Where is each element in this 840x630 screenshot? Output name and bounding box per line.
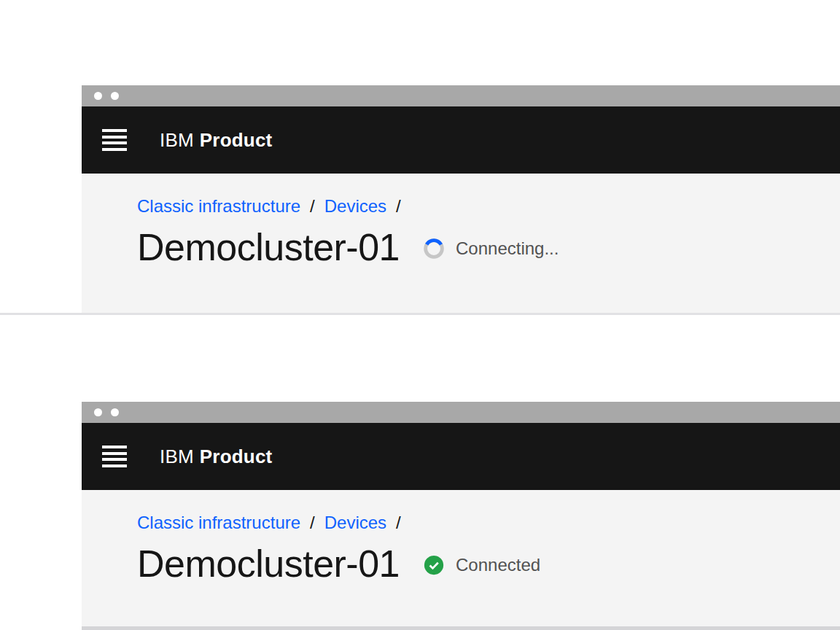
status-connected: Connected: [424, 555, 540, 575]
page-header-area: Classic infrastructure / Devices / Democ…: [82, 174, 840, 313]
window-titlebar: [82, 85, 840, 106]
window-control-dot: [111, 408, 119, 416]
menu-icon-line: [102, 136, 127, 139]
menu-icon-line: [102, 464, 127, 467]
breadcrumb-separator: /: [396, 195, 401, 217]
breadcrumb-link-classic-infrastructure[interactable]: Classic infrastructure: [137, 512, 300, 534]
status-connecting: Connecting...: [424, 238, 559, 259]
breadcrumb: Classic infrastructure / Devices /: [137, 195, 840, 217]
menu-icon[interactable]: [102, 446, 127, 467]
menu-icon-line: [102, 446, 127, 448]
page-title: Democluster-01: [137, 541, 400, 586]
window-control-dot: [94, 92, 102, 100]
breadcrumb-separator: /: [310, 195, 315, 217]
product-header: IBMProduct: [82, 106, 840, 174]
menu-icon-line: [102, 148, 127, 151]
figure-divider: [0, 313, 840, 315]
menu-icon-line: [102, 452, 127, 455]
page-header-area: Classic infrastructure / Devices / Democ…: [82, 490, 840, 626]
breadcrumb: Classic infrastructure / Devices /: [137, 512, 840, 534]
breadcrumb-separator: /: [310, 512, 315, 534]
status-label: Connected: [456, 555, 540, 575]
menu-icon-line: [102, 141, 127, 144]
brand-prefix: IBM: [160, 446, 194, 467]
menu-icon-line: [102, 458, 127, 461]
menu-icon-line: [102, 129, 127, 132]
brand-name: Product: [200, 129, 273, 151]
product-header: IBMProduct: [82, 423, 840, 490]
status-label: Connecting...: [456, 238, 559, 259]
loading-spinner-icon: [424, 238, 444, 259]
checkmark-filled-icon: [424, 555, 444, 575]
brand-name: Product: [200, 446, 273, 467]
window-control-dot: [94, 408, 102, 416]
title-row: Democluster-01 Connecting...: [137, 225, 840, 270]
page-title: Democluster-01: [137, 225, 400, 270]
menu-icon[interactable]: [102, 129, 127, 151]
header-brand: IBMProduct: [160, 129, 272, 152]
figure-canvas: IBMProduct Classic infrastructure / Devi…: [0, 0, 840, 630]
window-connecting: IBMProduct Classic infrastructure / Devi…: [82, 85, 840, 313]
window-control-dot: [111, 92, 119, 100]
breadcrumb-link-devices[interactable]: Devices: [324, 512, 386, 534]
title-row: Democluster-01 Connected: [137, 541, 840, 586]
breadcrumb-link-classic-infrastructure[interactable]: Classic infrastructure: [137, 195, 300, 217]
window-titlebar: [82, 402, 840, 423]
breadcrumb-separator: /: [396, 512, 401, 534]
brand-prefix: IBM: [160, 129, 194, 151]
window-connected: IBMProduct Classic infrastructure / Devi…: [82, 402, 840, 630]
breadcrumb-link-devices[interactable]: Devices: [324, 195, 386, 217]
header-brand: IBMProduct: [160, 446, 272, 468]
